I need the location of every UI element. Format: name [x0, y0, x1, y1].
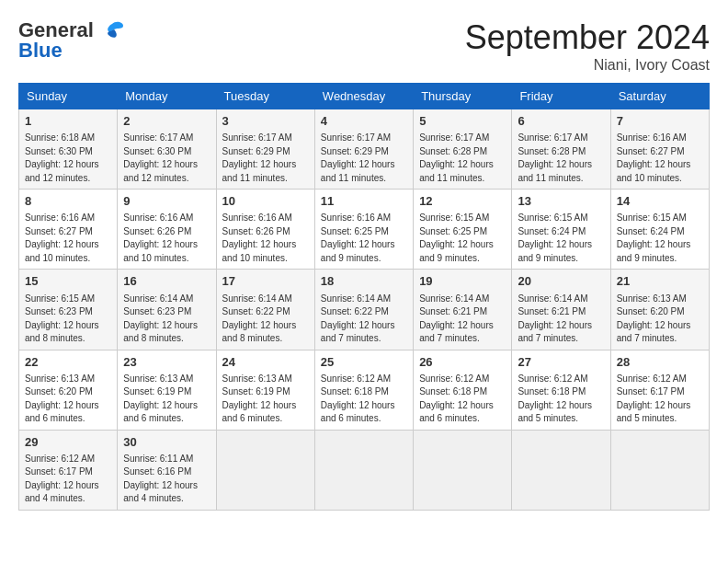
- page-header: General Blue September 2024 Niani, Ivory…: [18, 18, 710, 74]
- day-number: 18: [321, 273, 407, 290]
- day-number: 12: [419, 193, 506, 210]
- month-title: September 2024: [465, 18, 710, 57]
- calendar-cell: 7Sunrise: 6:16 AM Sunset: 6:27 PM Daylig…: [610, 109, 709, 190]
- day-number: 8: [25, 193, 111, 210]
- logo-bird-icon: [96, 20, 125, 40]
- day-number: 3: [222, 113, 309, 130]
- calendar-cell: 28Sunrise: 6:12 AM Sunset: 6:17 PM Dayli…: [610, 350, 709, 430]
- calendar-week-row: 15Sunrise: 6:15 AM Sunset: 6:23 PM Dayli…: [19, 270, 710, 350]
- calendar-cell: [610, 430, 709, 510]
- day-info: Sunrise: 6:14 AM Sunset: 6:21 PM Dayligh…: [518, 293, 604, 346]
- logo: General Blue: [18, 18, 125, 63]
- day-number: 16: [123, 273, 210, 290]
- calendar-week-row: 8Sunrise: 6:16 AM Sunset: 6:27 PM Daylig…: [19, 190, 710, 270]
- calendar-cell: 19Sunrise: 6:14 AM Sunset: 6:21 PM Dayli…: [414, 270, 512, 350]
- day-number: 20: [518, 273, 604, 290]
- calendar-cell: 20Sunrise: 6:14 AM Sunset: 6:21 PM Dayli…: [512, 270, 610, 350]
- calendar-cell: 15Sunrise: 6:15 AM Sunset: 6:23 PM Dayli…: [19, 270, 118, 350]
- day-info: Sunrise: 6:17 AM Sunset: 6:29 PM Dayligh…: [321, 132, 407, 185]
- day-number: 6: [518, 113, 604, 130]
- calendar-week-row: 1Sunrise: 6:18 AM Sunset: 6:30 PM Daylig…: [19, 109, 710, 190]
- calendar-cell: 10Sunrise: 6:16 AM Sunset: 6:26 PM Dayli…: [216, 190, 314, 270]
- day-number: 28: [617, 354, 703, 371]
- calendar-cell: 6Sunrise: 6:17 AM Sunset: 6:28 PM Daylig…: [512, 109, 610, 190]
- day-info: Sunrise: 6:13 AM Sunset: 6:20 PM Dayligh…: [25, 373, 111, 426]
- day-info: Sunrise: 6:12 AM Sunset: 6:18 PM Dayligh…: [518, 373, 604, 426]
- day-info: Sunrise: 6:16 AM Sunset: 6:27 PM Dayligh…: [617, 132, 703, 185]
- header-saturday: Saturday: [610, 84, 709, 109]
- day-number: 17: [222, 273, 309, 290]
- day-info: Sunrise: 6:17 AM Sunset: 6:28 PM Dayligh…: [419, 132, 506, 185]
- day-info: Sunrise: 6:16 AM Sunset: 6:26 PM Dayligh…: [222, 212, 309, 265]
- day-info: Sunrise: 6:17 AM Sunset: 6:28 PM Dayligh…: [518, 132, 604, 185]
- header-tuesday: Tuesday: [216, 84, 314, 109]
- calendar-cell: 30Sunrise: 6:11 AM Sunset: 6:16 PM Dayli…: [118, 430, 216, 510]
- day-number: 7: [617, 113, 703, 130]
- day-info: Sunrise: 6:14 AM Sunset: 6:22 PM Dayligh…: [321, 293, 407, 346]
- logo-text-blue: Blue: [18, 39, 63, 63]
- day-info: Sunrise: 6:17 AM Sunset: 6:30 PM Dayligh…: [123, 132, 210, 185]
- calendar-cell: 27Sunrise: 6:12 AM Sunset: 6:18 PM Dayli…: [512, 350, 610, 430]
- day-info: Sunrise: 6:15 AM Sunset: 6:24 PM Dayligh…: [617, 212, 703, 265]
- day-info: Sunrise: 6:16 AM Sunset: 6:26 PM Dayligh…: [123, 212, 210, 265]
- calendar-cell: 23Sunrise: 6:13 AM Sunset: 6:19 PM Dayli…: [118, 350, 216, 430]
- day-number: 9: [123, 193, 210, 210]
- calendar-cell: 17Sunrise: 6:14 AM Sunset: 6:22 PM Dayli…: [216, 270, 314, 350]
- header-thursday: Thursday: [414, 84, 512, 109]
- calendar-cell: 25Sunrise: 6:12 AM Sunset: 6:18 PM Dayli…: [314, 350, 413, 430]
- calendar-cell: 1Sunrise: 6:18 AM Sunset: 6:30 PM Daylig…: [19, 109, 118, 190]
- day-info: Sunrise: 6:13 AM Sunset: 6:20 PM Dayligh…: [617, 293, 703, 346]
- calendar-cell: 12Sunrise: 6:15 AM Sunset: 6:25 PM Dayli…: [414, 190, 512, 270]
- calendar-week-row: 22Sunrise: 6:13 AM Sunset: 6:20 PM Dayli…: [19, 350, 710, 430]
- calendar-cell: 22Sunrise: 6:13 AM Sunset: 6:20 PM Dayli…: [19, 350, 118, 430]
- header-wednesday: Wednesday: [314, 84, 413, 109]
- day-number: 21: [617, 273, 703, 290]
- day-info: Sunrise: 6:12 AM Sunset: 6:18 PM Dayligh…: [419, 373, 506, 426]
- day-number: 30: [123, 434, 210, 451]
- calendar-cell: 26Sunrise: 6:12 AM Sunset: 6:18 PM Dayli…: [414, 350, 512, 430]
- calendar-cell: 2Sunrise: 6:17 AM Sunset: 6:30 PM Daylig…: [118, 109, 216, 190]
- day-number: 13: [518, 193, 604, 210]
- calendar-cell: 18Sunrise: 6:14 AM Sunset: 6:22 PM Dayli…: [314, 270, 413, 350]
- calendar-cell: 11Sunrise: 6:16 AM Sunset: 6:25 PM Dayli…: [314, 190, 413, 270]
- day-info: Sunrise: 6:12 AM Sunset: 6:18 PM Dayligh…: [321, 373, 407, 426]
- calendar-cell: [414, 430, 512, 510]
- day-number: 27: [518, 354, 604, 371]
- header-friday: Friday: [512, 84, 610, 109]
- calendar-cell: 16Sunrise: 6:14 AM Sunset: 6:23 PM Dayli…: [118, 270, 216, 350]
- calendar-cell: 8Sunrise: 6:16 AM Sunset: 6:27 PM Daylig…: [19, 190, 118, 270]
- calendar-cell: [512, 430, 610, 510]
- day-info: Sunrise: 6:12 AM Sunset: 6:17 PM Dayligh…: [25, 453, 111, 506]
- location-title: Niani, Ivory Coast: [465, 57, 710, 74]
- header-sunday: Sunday: [19, 84, 118, 109]
- day-info: Sunrise: 6:14 AM Sunset: 6:23 PM Dayligh…: [123, 293, 210, 346]
- calendar-cell: 24Sunrise: 6:13 AM Sunset: 6:19 PM Dayli…: [216, 350, 314, 430]
- calendar-table: SundayMondayTuesdayWednesdayThursdayFrid…: [18, 83, 710, 511]
- day-number: 22: [25, 354, 111, 371]
- day-info: Sunrise: 6:12 AM Sunset: 6:17 PM Dayligh…: [617, 373, 703, 426]
- calendar-cell: 13Sunrise: 6:15 AM Sunset: 6:24 PM Dayli…: [512, 190, 610, 270]
- calendar-cell: 9Sunrise: 6:16 AM Sunset: 6:26 PM Daylig…: [118, 190, 216, 270]
- title-area: September 2024 Niani, Ivory Coast: [465, 18, 710, 74]
- day-number: 11: [321, 193, 407, 210]
- calendar-cell: 21Sunrise: 6:13 AM Sunset: 6:20 PM Dayli…: [610, 270, 709, 350]
- day-info: Sunrise: 6:14 AM Sunset: 6:22 PM Dayligh…: [222, 293, 309, 346]
- day-number: 23: [123, 354, 210, 371]
- day-number: 26: [419, 354, 506, 371]
- day-number: 14: [617, 193, 703, 210]
- calendar-header-row: SundayMondayTuesdayWednesdayThursdayFrid…: [19, 84, 710, 109]
- calendar-cell: 4Sunrise: 6:17 AM Sunset: 6:29 PM Daylig…: [314, 109, 413, 190]
- day-number: 2: [123, 113, 210, 130]
- day-info: Sunrise: 6:16 AM Sunset: 6:25 PM Dayligh…: [321, 212, 407, 265]
- day-info: Sunrise: 6:17 AM Sunset: 6:29 PM Dayligh…: [222, 132, 309, 185]
- day-info: Sunrise: 6:15 AM Sunset: 6:25 PM Dayligh…: [419, 212, 506, 265]
- day-number: 5: [419, 113, 506, 130]
- day-info: Sunrise: 6:15 AM Sunset: 6:23 PM Dayligh…: [25, 293, 111, 346]
- calendar-cell: [314, 430, 413, 510]
- day-number: 19: [419, 273, 506, 290]
- calendar-cell: 14Sunrise: 6:15 AM Sunset: 6:24 PM Dayli…: [610, 190, 709, 270]
- day-number: 25: [321, 354, 407, 371]
- calendar-cell: 3Sunrise: 6:17 AM Sunset: 6:29 PM Daylig…: [216, 109, 314, 190]
- header-monday: Monday: [118, 84, 216, 109]
- calendar-cell: 29Sunrise: 6:12 AM Sunset: 6:17 PM Dayli…: [19, 430, 118, 510]
